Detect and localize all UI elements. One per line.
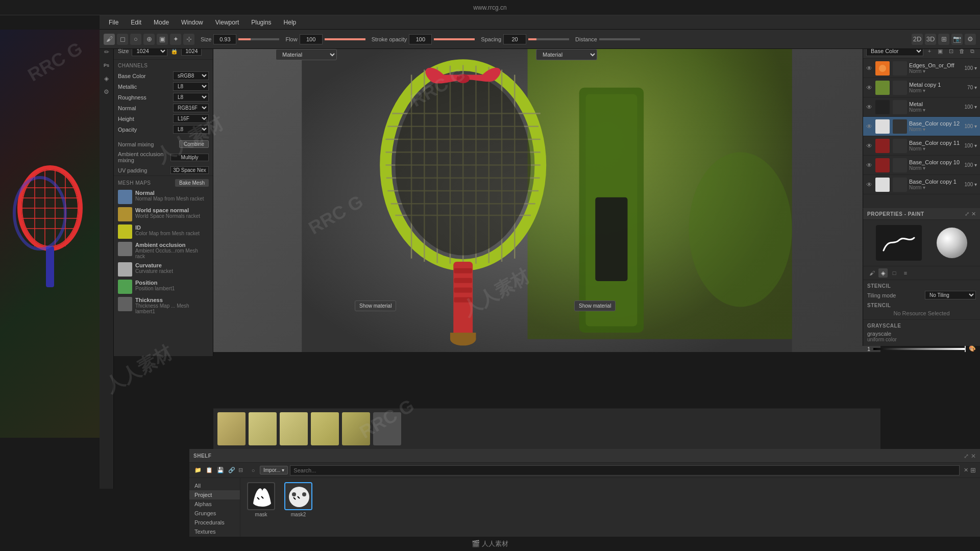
fill-tool-icon[interactable]: ▣ bbox=[157, 34, 168, 45]
view-icon-settings[interactable]: ⚙ bbox=[965, 34, 976, 45]
properties-resize-icon[interactable]: ⤢ bbox=[965, 211, 969, 217]
spacing-input[interactable] bbox=[503, 34, 526, 44]
thumb-4[interactable] bbox=[311, 412, 339, 445]
import-button[interactable]: Impor... ▾ bbox=[260, 466, 288, 474]
layer-opacity-bcc12: 100 ▾ bbox=[964, 123, 977, 129]
shelf-import-list-icon[interactable]: 📋 bbox=[205, 466, 214, 475]
size-slider[interactable] bbox=[238, 38, 279, 40]
channel-format-basecolor[interactable]: sRGB8 bbox=[173, 71, 209, 80]
paint-layer-icon[interactable]: ≡ bbox=[901, 268, 910, 278]
channel-format-normal[interactable]: RGB16F bbox=[173, 104, 209, 112]
show-material-button-right[interactable]: Show material bbox=[574, 300, 616, 311]
layer-visibility-bcc12[interactable]: 👁 bbox=[866, 123, 873, 130]
shelf-cat-procedurals[interactable]: Procedurals bbox=[189, 518, 240, 527]
menu-mode[interactable]: Mode bbox=[149, 17, 174, 28]
size-input[interactable] bbox=[213, 34, 236, 44]
shelf-cat-all[interactable]: All bbox=[189, 481, 240, 490]
flow-input[interactable] bbox=[300, 34, 323, 44]
shelf-save-icon[interactable]: 💾 bbox=[216, 466, 225, 475]
layer-visibility-edges[interactable]: 👁 bbox=[866, 65, 873, 72]
smudge-tool-icon[interactable]: ○ bbox=[130, 34, 141, 45]
view-icon-split[interactable]: ⊞ bbox=[938, 34, 949, 45]
tss-panel: TEXTURE SET SETTINGS 📌 ✕ Size 1024 512 2… bbox=[114, 30, 213, 356]
ps-side-icon[interactable]: Ps bbox=[102, 60, 112, 70]
view-icon-camera[interactable]: 📷 bbox=[951, 34, 963, 45]
thumb-1[interactable] bbox=[217, 412, 246, 445]
layer-item-basecolorcopy12[interactable]: 👁 Base_Color copy 12 Norm ▾ 100 ▾ bbox=[863, 117, 980, 136]
layer-visibility-bcc10[interactable]: 👁 bbox=[866, 162, 873, 169]
layer-item-metalcopy1[interactable]: 👁 Metal copy 1 Norm ▾ 70 ▾ bbox=[863, 78, 980, 97]
fill-side-icon[interactable]: ◈ bbox=[102, 73, 112, 84]
layer-visibility-bcc11[interactable]: 👁 bbox=[866, 142, 873, 149]
tiling-mode-select[interactable]: No Tiling Tile Mirror bbox=[925, 291, 976, 299]
shelf-close-icon[interactable]: ✕ bbox=[971, 453, 976, 460]
material-dropdown-left[interactable]: Material Emissive Roughness bbox=[276, 49, 337, 60]
channel-format-roughness[interactable]: L8 bbox=[173, 93, 209, 102]
layer-mode-bcc10: Norm ▾ bbox=[909, 165, 962, 171]
layer-item-edges[interactable]: 👁 Edges_On_or_Off Norm ▾ 100 ▾ bbox=[863, 59, 980, 78]
shelf-filter-icon[interactable]: ⊟ bbox=[238, 467, 247, 473]
channel-format-opacity[interactable]: L8 bbox=[173, 125, 209, 134]
layer-opacity-metalcopy1: 70 ▾ bbox=[964, 85, 977, 90]
layer-visibility-metal[interactable]: 👁 bbox=[866, 104, 873, 111]
grayscale-slider[interactable] bbox=[873, 348, 966, 350]
select-tool-icon[interactable]: ✦ bbox=[170, 34, 181, 45]
settings-side-icon[interactable]: ⚙ bbox=[102, 87, 112, 97]
material-dropdown-right[interactable]: Material Emissive Roughness bbox=[536, 49, 597, 60]
shelf-cat-grunges[interactable]: Grunges bbox=[189, 509, 240, 518]
paint-square-icon[interactable]: □ bbox=[890, 268, 899, 278]
shelf-cat-alphas[interactable]: Alphas bbox=[189, 499, 240, 509]
thumb-3[interactable] bbox=[280, 412, 308, 445]
menu-window[interactable]: Window bbox=[176, 17, 208, 28]
stroke-opacity-slider[interactable] bbox=[434, 38, 475, 40]
shelf-search-clear-icon[interactable]: ✕ bbox=[964, 467, 968, 473]
layer-visibility-metalcopy1[interactable]: 👁 bbox=[866, 84, 873, 91]
channel-format-height[interactable]: L16F bbox=[173, 114, 209, 123]
show-material-button-left[interactable]: Show material bbox=[355, 300, 396, 311]
ao-mixing-value[interactable] bbox=[170, 154, 209, 161]
view-icon-2d[interactable]: 2D bbox=[912, 34, 923, 45]
grayscale-picker-icon[interactable]: 🎨 bbox=[969, 345, 976, 352]
properties-close-icon[interactable]: ✕ bbox=[971, 211, 976, 217]
shelf-search-input[interactable] bbox=[290, 465, 960, 475]
layer-item-bcc1[interactable]: 👁 Base_Color copy 1 Norm ▾ 100 ▾ bbox=[863, 175, 980, 194]
eraser-tool-icon[interactable]: ◻ bbox=[117, 34, 128, 45]
distance-slider[interactable] bbox=[599, 38, 640, 40]
layer-item-bcc10[interactable]: 👁 Base_Color copy 10 Norm ▾ 100 ▾ bbox=[863, 156, 980, 175]
move-tool-icon[interactable]: ⊹ bbox=[183, 34, 194, 45]
menu-file[interactable]: File bbox=[104, 17, 124, 28]
paint-fill-icon[interactable]: ◈ bbox=[878, 268, 888, 278]
stroke-opacity-input[interactable] bbox=[409, 34, 432, 44]
paint-brush-icon[interactable]: 🖌 bbox=[867, 268, 876, 278]
view-icon-3d[interactable]: 3D bbox=[925, 34, 936, 45]
menu-help[interactable]: Help bbox=[279, 17, 302, 28]
clone-tool-icon[interactable]: ⊕ bbox=[143, 34, 155, 45]
menu-viewport[interactable]: Viewport bbox=[210, 17, 244, 28]
shelf-search-icon[interactable]: ○ bbox=[249, 466, 258, 475]
layer-item-bcc11[interactable]: 👁 Base_Color copy 11 Norm ▾ 100 ▾ bbox=[863, 136, 980, 156]
brush-tool-icon[interactable]: 🖌 bbox=[104, 34, 115, 45]
channel-name-height: Height bbox=[118, 116, 164, 122]
mesh-map-ao-sub: Ambient Occlus...rom Mesh rack bbox=[135, 248, 209, 259]
layer-item-metal[interactable]: 👁 Metal Norm ▾ 100 ▾ bbox=[863, 97, 980, 117]
normal-mixing-value[interactable]: Combine bbox=[179, 140, 209, 148]
racket-viewport[interactable] bbox=[213, 49, 880, 352]
shelf-grid-view-icon[interactable]: ⊞ bbox=[970, 466, 976, 474]
thumb-6[interactable] bbox=[373, 412, 401, 445]
shelf-link-icon[interactable]: 🔗 bbox=[227, 466, 236, 475]
bake-mesh-button[interactable]: Bake Mesh bbox=[175, 179, 209, 187]
thumb-5[interactable] bbox=[342, 412, 370, 445]
menu-edit[interactable]: Edit bbox=[126, 17, 146, 28]
menu-plugins[interactable]: Plugins bbox=[246, 17, 276, 28]
shelf-cat-textures[interactable]: Textures bbox=[189, 527, 240, 536]
shelf-resize-icon[interactable]: ⤢ bbox=[964, 453, 969, 460]
canvas-area[interactable] bbox=[213, 49, 880, 352]
thumb-2[interactable] bbox=[249, 412, 277, 445]
channel-format-metallic[interactable]: L8 bbox=[173, 82, 209, 91]
shelf-folder-icon[interactable]: 📁 bbox=[193, 466, 203, 475]
flow-slider[interactable] bbox=[325, 38, 365, 40]
shelf-cat-project[interactable]: Project bbox=[189, 490, 240, 499]
spacing-slider[interactable] bbox=[528, 38, 569, 40]
uv-padding-value[interactable] bbox=[170, 166, 209, 174]
layer-visibility-bcc1[interactable]: 👁 bbox=[866, 181, 873, 188]
